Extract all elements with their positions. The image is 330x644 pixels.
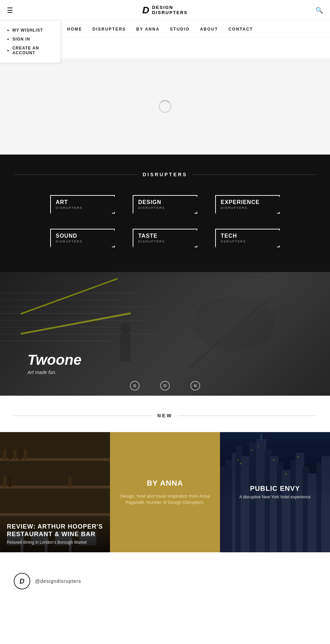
svg-rect-24 bbox=[3, 477, 6, 487]
nav-disrupters[interactable]: DISRUPTERS bbox=[92, 27, 126, 32]
logo-text: DESIGN DISRUPTERS bbox=[152, 5, 188, 15]
disrupter-tech[interactable]: TECH DSRUPTERS bbox=[210, 225, 285, 251]
card-nyc[interactable]: PUBLIC ENVY A disruptive New York hotel … bbox=[220, 432, 330, 552]
hamburger-icon[interactable]: ☰ bbox=[7, 6, 13, 14]
svg-rect-1 bbox=[0, 293, 138, 293]
disrupter-design[interactable]: DESIGN DISRUPTERS bbox=[127, 191, 203, 218]
nav-contact[interactable]: CONTACT bbox=[228, 27, 253, 32]
svg-rect-20 bbox=[9, 448, 11, 460]
instagram-logo: D bbox=[14, 573, 30, 589]
new-title: NEW bbox=[0, 413, 330, 418]
featured-nav-n[interactable]: N bbox=[190, 381, 200, 391]
svg-rect-13 bbox=[120, 334, 131, 361]
loading-spinner bbox=[159, 100, 171, 113]
nav-about[interactable]: ABOUT bbox=[200, 27, 218, 32]
card-restaurant[interactable]: REVIEW: ARTHUR HOOPER'S RESTAURANT & WIN… bbox=[0, 432, 110, 552]
logo-letter: D bbox=[142, 5, 149, 16]
card-nyc-title: PUBLIC ENVY bbox=[250, 484, 300, 493]
signin-item[interactable]: ► SIGN IN bbox=[7, 35, 53, 44]
svg-rect-23 bbox=[24, 449, 27, 460]
svg-rect-21 bbox=[14, 450, 16, 460]
loading-area bbox=[0, 58, 330, 155]
card-nyc-overlay: PUBLIC ENVY A disruptive New York hotel … bbox=[220, 432, 330, 552]
new-section: NEW bbox=[0, 396, 330, 563]
card-anna[interactable]: BY ANNA Design, food and travel inspirat… bbox=[110, 432, 220, 552]
featured-nav-o[interactable]: O bbox=[160, 381, 170, 391]
create-account-item[interactable]: ► CREATE AN ACCOUNT bbox=[7, 44, 53, 57]
header: ☰ D DESIGN DISRUPTERS 🔍 bbox=[0, 0, 330, 21]
svg-rect-26 bbox=[69, 477, 72, 487]
card-anna-title: BY ANNA bbox=[147, 479, 183, 488]
svg-rect-25 bbox=[9, 475, 11, 487]
featured-subtitle: Art made fun. bbox=[28, 370, 81, 375]
wishlist-item[interactable]: ► MY WISHLIST bbox=[7, 26, 53, 35]
svg-rect-22 bbox=[19, 449, 22, 460]
card-restaurant-subtitle: Relaxed dining in London's Borough Marke… bbox=[7, 540, 103, 545]
svg-rect-8 bbox=[0, 341, 110, 341]
featured-section: Twoone Art made fun. G O N bbox=[0, 272, 330, 396]
svg-point-14 bbox=[120, 324, 131, 334]
svg-rect-2 bbox=[0, 300, 120, 300]
logo[interactable]: D DESIGN DISRUPTERS bbox=[142, 5, 188, 16]
arrow-icon: ► bbox=[7, 49, 10, 52]
svg-rect-6 bbox=[0, 327, 131, 327]
instagram-handle: @designdisrupters bbox=[35, 578, 81, 584]
disrupter-sound[interactable]: SOUND DISRUPTERS bbox=[45, 225, 120, 251]
svg-rect-4 bbox=[0, 313, 103, 314]
nav-home[interactable]: HOME bbox=[67, 27, 82, 32]
card-nyc-subtitle: A disruptive New York hotel experience bbox=[239, 494, 310, 500]
featured-title: Twoone bbox=[28, 352, 81, 368]
nav-studio[interactable]: STUDIO bbox=[170, 27, 189, 32]
disrupters-section: DISRUPTERS ART DISRUPTERS DESIGN DISRUPT… bbox=[0, 155, 330, 272]
dropdown-menu: ► MY WISHLIST ► SIGN IN ► CREATE AN ACCO… bbox=[0, 21, 60, 63]
featured-overlay: Twoone Art made fun. bbox=[28, 352, 81, 375]
svg-rect-3 bbox=[0, 306, 155, 307]
svg-rect-19 bbox=[3, 449, 6, 460]
disrupter-art[interactable]: ART DISRUPTERS bbox=[45, 191, 120, 218]
instagram-section[interactable]: D @designdisrupters bbox=[0, 563, 330, 600]
featured-bg bbox=[0, 272, 330, 396]
svg-rect-5 bbox=[0, 320, 144, 321]
cards-grid: REVIEW: ARTHUR HOOPER'S RESTAURANT & WIN… bbox=[0, 432, 330, 552]
disrupter-taste[interactable]: TASTE DISRUPTERS bbox=[127, 225, 203, 251]
search-icon[interactable]: 🔍 bbox=[316, 7, 323, 14]
arrow-icon: ► bbox=[7, 37, 10, 41]
featured-nav: G O N bbox=[130, 381, 200, 391]
card-anna-subtitle: Design, food and travel inspiration from… bbox=[120, 493, 210, 506]
disrupter-experience[interactable]: EXPERIENCE DISRUPTERS bbox=[210, 191, 285, 218]
featured-nav-g[interactable]: G bbox=[130, 381, 140, 391]
nav-by-anna[interactable]: BY ANNA bbox=[136, 27, 160, 32]
arrow-icon: ► bbox=[7, 29, 10, 32]
disrupters-title: DISRUPTERS bbox=[14, 172, 316, 177]
card-restaurant-overlay: REVIEW: ARTHUR HOOPER'S RESTAURANT & WIN… bbox=[0, 516, 110, 552]
disrupters-grid: ART DISRUPTERS DESIGN DISRUPTERS EXPERIE… bbox=[45, 191, 285, 251]
nav-bar: HOME DISRUPTERS BY ANNA STUDIO ABOUT CON… bbox=[60, 21, 330, 38]
card-restaurant-title: REVIEW: ARTHUR HOOPER'S RESTAURANT & WIN… bbox=[7, 523, 103, 538]
